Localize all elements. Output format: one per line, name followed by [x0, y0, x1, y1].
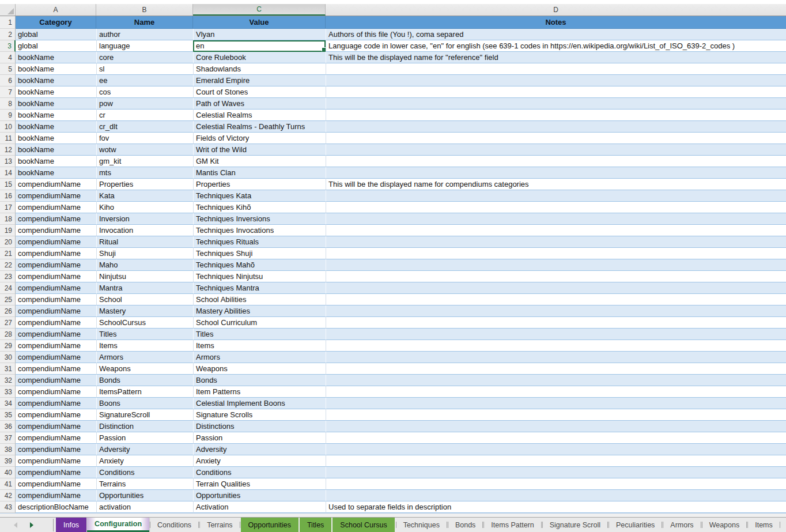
row-number[interactable]: 19	[0, 225, 16, 236]
row-number[interactable]: 42	[0, 490, 16, 501]
cell-value[interactable]: Techniques Shuji	[193, 248, 326, 259]
header-cell-name[interactable]: Name	[96, 16, 193, 29]
cell-name[interactable]: Conditions	[96, 467, 193, 478]
cell-notes[interactable]	[326, 63, 786, 75]
sheet-tab-items[interactable]: Items	[747, 518, 780, 532]
cell-category[interactable]: compendiumName	[16, 386, 96, 398]
cell-notes[interactable]: Language code in lower case, "en" for en…	[326, 40, 786, 52]
sheet-tab-bonds[interactable]: Bonds	[448, 518, 483, 532]
cell-notes[interactable]	[326, 409, 786, 421]
cell-name[interactable]: Opportunities	[96, 490, 193, 501]
row-number[interactable]: 4	[0, 52, 16, 63]
cell-notes[interactable]	[326, 352, 786, 363]
cell-notes[interactable]	[326, 386, 786, 398]
cell-value[interactable]: Emerald Empire	[193, 75, 326, 86]
cell-category[interactable]: compendiumName	[16, 490, 96, 501]
row-number[interactable]: 3	[0, 40, 16, 52]
cell-category[interactable]: compendiumName	[16, 259, 96, 271]
row-number[interactable]: 32	[0, 375, 16, 386]
cell-category[interactable]: global	[16, 29, 96, 40]
row-number[interactable]: 25	[0, 294, 16, 305]
cell-notes[interactable]	[326, 98, 786, 110]
cell-value[interactable]: Techniques Ninjutsu	[193, 271, 326, 282]
sheet-tab-configuration[interactable]: Configuration	[87, 518, 149, 532]
cell-name[interactable]: cr	[96, 110, 193, 121]
sheet-tab-opportunities[interactable]: Opportunities	[241, 518, 298, 532]
row-number[interactable]: 41	[0, 478, 16, 490]
cell-name[interactable]: Kiho	[96, 202, 193, 213]
cell-notes[interactable]	[326, 340, 786, 352]
cell-notes[interactable]	[326, 225, 786, 236]
sheet-tab-titles[interactable]: Titles	[300, 518, 331, 532]
row-number[interactable]: 20	[0, 236, 16, 248]
cell-name[interactable]: Anxiety	[96, 455, 193, 467]
cell-name[interactable]: cr_dlt	[96, 121, 193, 133]
cell-value[interactable]: Fields of Victory	[193, 133, 326, 144]
cell-notes[interactable]	[326, 110, 786, 121]
cell-name[interactable]: Ninjutsu	[96, 271, 193, 282]
cell-notes[interactable]	[326, 421, 786, 432]
cell-notes[interactable]	[326, 455, 786, 467]
cell-name[interactable]: Boons	[96, 398, 193, 409]
cell-category[interactable]: compendiumName	[16, 317, 96, 329]
row-number[interactable]: 35	[0, 409, 16, 421]
sheet-tab-conditions[interactable]: Conditions	[150, 518, 199, 532]
cell-value[interactable]: Titles	[193, 329, 326, 340]
cell-value[interactable]: Techniques Inversions	[193, 213, 326, 225]
cell-value[interactable]: GM Kit	[193, 156, 326, 167]
cell-value[interactable]: Passion	[193, 432, 326, 444]
cell-category[interactable]: bookName	[16, 63, 96, 75]
column-header-d[interactable]: D	[326, 4, 786, 16]
header-cell-notes[interactable]: Notes	[326, 16, 786, 29]
cell-value[interactable]: Techniques Kata	[193, 190, 326, 202]
column-header-b[interactable]: B	[96, 4, 193, 16]
cell-value[interactable]: Mastery Abilities	[193, 305, 326, 317]
cell-name[interactable]: wotw	[96, 144, 193, 156]
sheet-tab-techniques[interactable]: Techniques	[396, 518, 447, 532]
cell-name[interactable]: Armors	[96, 352, 193, 363]
cell-category[interactable]: bookName	[16, 144, 96, 156]
row-number[interactable]: 2	[0, 29, 16, 40]
cell-name[interactable]: School	[96, 294, 193, 305]
cell-name[interactable]: activation	[96, 501, 193, 513]
sheet-tab-weapons[interactable]: Weapons	[702, 518, 747, 532]
row-number[interactable]: 8	[0, 98, 16, 110]
cell-category[interactable]: compendiumName	[16, 421, 96, 432]
sheet-tab-armors[interactable]: Armors	[663, 518, 701, 532]
cell-value[interactable]: Anxiety	[193, 455, 326, 467]
row-number[interactable]: 40	[0, 467, 16, 478]
cell-name[interactable]: Items	[96, 340, 193, 352]
cell-category[interactable]: compendiumName	[16, 467, 96, 478]
row-number[interactable]: 28	[0, 329, 16, 340]
cell-notes[interactable]	[326, 190, 786, 202]
cell-value[interactable]: Vlyan	[193, 29, 326, 40]
cell-name[interactable]: sl	[96, 63, 193, 75]
cell-name[interactable]: Mastery	[96, 305, 193, 317]
row-number[interactable]: 36	[0, 421, 16, 432]
cell-notes[interactable]	[326, 144, 786, 156]
row-number[interactable]: 7	[0, 86, 16, 98]
row-number[interactable]: 29	[0, 340, 16, 352]
cell-value[interactable]: Weapons	[193, 363, 326, 375]
cell-notes[interactable]	[326, 248, 786, 259]
cell-category[interactable]: compendiumName	[16, 352, 96, 363]
cell-category[interactable]: compendiumName	[16, 329, 96, 340]
sheet-tab-terrains[interactable]: Terrains	[199, 518, 240, 532]
cell-notes[interactable]	[326, 294, 786, 305]
cell-name[interactable]: ItemsPattern	[96, 386, 193, 398]
cell-category[interactable]: bookName	[16, 98, 96, 110]
sheet-tab-peculiarities[interactable]: Peculiarities	[609, 518, 662, 532]
cell-notes[interactable]	[326, 317, 786, 329]
cell-notes[interactable]: Used to separate fields in description	[326, 501, 786, 513]
row-number[interactable]: 31	[0, 363, 16, 375]
row-number[interactable]: 16	[0, 190, 16, 202]
cell-value[interactable]: Signature Scrolls	[193, 409, 326, 421]
column-header-a[interactable]: A	[16, 4, 96, 16]
row-number[interactable]: 18	[0, 213, 16, 225]
cell-category[interactable]: compendiumName	[16, 432, 96, 444]
column-header-c-selected[interactable]: C	[193, 4, 326, 16]
cell-category[interactable]: compendiumName	[16, 190, 96, 202]
row-number[interactable]: 12	[0, 144, 16, 156]
cell-notes[interactable]	[326, 478, 786, 490]
cell-category[interactable]: compendiumName	[16, 455, 96, 467]
